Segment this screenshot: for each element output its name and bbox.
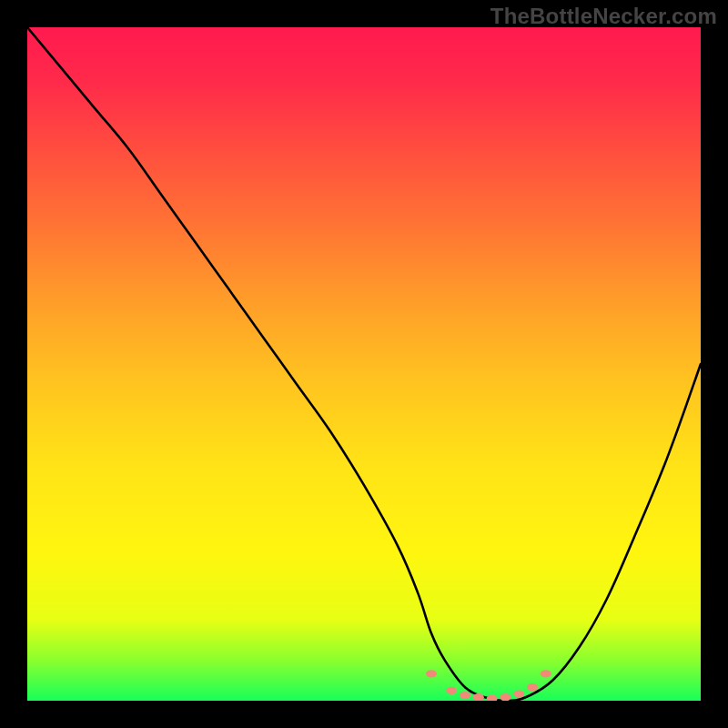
valley-marker: [460, 692, 470, 699]
valley-marker: [500, 693, 511, 701]
valley-marker: [527, 683, 538, 691]
valley-marker: [426, 670, 437, 677]
valley-marker-group: [426, 670, 551, 701]
bottleneck-curve: [27, 27, 701, 701]
curve-layer: [27, 27, 701, 701]
watermark-text: TheBottleNecker.com: [490, 4, 717, 29]
valley-marker: [513, 690, 524, 697]
chart-container: TheBottleNecker.com: [0, 0, 728, 728]
valley-marker: [541, 670, 551, 677]
plot-area: [27, 27, 701, 701]
valley-marker: [487, 695, 498, 701]
valley-marker: [446, 687, 457, 694]
